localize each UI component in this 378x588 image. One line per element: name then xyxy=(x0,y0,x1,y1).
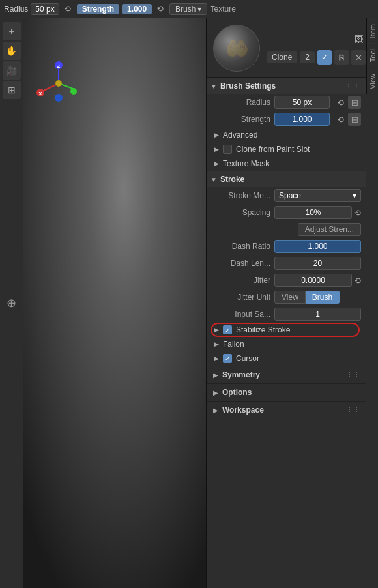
radius-prop-value[interactable]: 50 px xyxy=(274,96,330,109)
radius-lock-icon[interactable]: ⊞ xyxy=(348,96,361,109)
right-panel: 🤲 🖼 Clone 2 ✓ ⎘ ✕ ▼ Brush Se xyxy=(206,18,378,588)
svg-text:Z: Z xyxy=(57,63,61,69)
dash-ratio-row: Dash Ratio 1.000 xyxy=(207,238,366,255)
stabilize-arrow-icon: ▶ xyxy=(214,327,219,333)
strength-icon-btn[interactable]: ⟲ xyxy=(154,3,166,14)
brush-settings-arrow: ▼ xyxy=(211,83,217,90)
brush-dropdown[interactable]: Brush ▾ xyxy=(169,3,207,15)
spacing-row: Spacing 10% ⟲ xyxy=(207,204,366,221)
svg-point-9 xyxy=(55,94,63,102)
brush-name-row: Clone 2 ✓ ⎘ ✕ xyxy=(267,50,366,65)
strength-row: Strength 1.000 ⟲ ⊞ xyxy=(207,111,366,128)
spacing-icon[interactable]: ⟲ xyxy=(354,208,361,218)
strength-value[interactable]: 1.000 xyxy=(122,4,152,14)
fallon-row[interactable]: ▶ Fallon xyxy=(207,337,366,351)
strength-reset-icon[interactable]: ⟲ xyxy=(334,113,347,126)
brush-settings-header[interactable]: ▼ Brush Settings ⋮⋮ xyxy=(207,78,366,94)
viewport-gizmo: Z X xyxy=(33,57,85,110)
symmetry-section[interactable]: ▶ Symmetry ⋮⋮ xyxy=(207,366,366,383)
advanced-row[interactable]: ▶ Advanced xyxy=(207,128,366,142)
input-sa-row: Input Sa... 1 xyxy=(207,306,366,323)
side-tab-item[interactable]: Item xyxy=(367,18,378,43)
jitter-value[interactable]: 0.0000 xyxy=(274,274,352,287)
clone-from-paint-slot-row[interactable]: ▶ Clone from Paint Slot xyxy=(207,142,366,156)
grid-tool-button[interactable]: ⊞ xyxy=(3,81,21,99)
brush-settings-header-left: ▼ Brush Settings xyxy=(211,81,276,91)
symmetry-dots: ⋮⋮ xyxy=(347,372,361,378)
brush-preview-controls: 🖼 Clone 2 ✓ ⎘ ✕ xyxy=(267,32,366,65)
adjust-strength-button[interactable]: Adjust Stren... xyxy=(298,223,361,236)
spacing-value[interactable]: 10% xyxy=(274,206,352,219)
texture-mask-row[interactable]: ▶ Texture Mask xyxy=(207,156,366,171)
spacing-value-group: 10% ⟲ xyxy=(274,206,361,219)
radius-value[interactable]: 50 px xyxy=(31,3,59,15)
advanced-label: Advanced xyxy=(223,130,257,140)
options-label: Options xyxy=(222,388,343,397)
svg-point-7 xyxy=(70,88,77,95)
brush-preview-circle: 🤲 xyxy=(213,25,260,72)
jitter-view-button[interactable]: View xyxy=(274,291,306,304)
stabilize-checkbox[interactable]: ✓ xyxy=(223,325,232,334)
jitter-brush-button[interactable]: Brush xyxy=(306,291,340,304)
cursor-row[interactable]: ▶ ✓ Cursor xyxy=(207,351,366,366)
stroke-header[interactable]: ▼ Stroke xyxy=(207,171,366,187)
strength-label: Strength xyxy=(77,4,119,14)
options-arrow-icon: ▶ xyxy=(213,389,218,396)
cursor-label: Cursor xyxy=(236,354,259,363)
jitter-unit-label: Jitter Unit xyxy=(212,293,270,302)
stroke-method-dropdown[interactable]: Space ▾ xyxy=(274,189,361,202)
panel-scroll-area[interactable]: 🤲 🖼 Clone 2 ✓ ⎘ ✕ ▼ Brush Se xyxy=(207,18,378,588)
clone-label: Clone from Paint Slot xyxy=(236,145,310,154)
main-area: + ✋ 🎥 ⊞ Z X xyxy=(0,18,378,588)
dash-ratio-value[interactable]: 1.000 xyxy=(274,240,361,253)
side-tab-view[interactable]: View xyxy=(367,68,378,95)
options-section[interactable]: ▶ Options ⋮⋮ xyxy=(207,383,366,401)
symmetry-label: Symmetry xyxy=(222,370,343,379)
brush-settings-dots: ⋮⋮ xyxy=(345,83,361,90)
brush-preview-icon: 🤲 xyxy=(225,37,249,60)
right-side-tabs: Item Tool View xyxy=(366,18,378,94)
brush-confirm-button[interactable]: ✓ xyxy=(317,50,332,65)
viewport[interactable]: + ✋ 🎥 ⊞ Z X xyxy=(0,18,206,588)
svg-text:X: X xyxy=(38,91,42,96)
crosshair-icon: ⊕ xyxy=(7,296,16,310)
dash-len-row: Dash Len... 20 xyxy=(207,255,366,272)
clone-checkbox[interactable] xyxy=(223,145,232,154)
input-sa-label: Input Sa... xyxy=(212,310,270,319)
brush-close-button[interactable]: ✕ xyxy=(351,50,366,65)
brush-copy-button[interactable]: ⎘ xyxy=(334,50,349,65)
spacing-label: Spacing xyxy=(212,208,270,217)
strength-prop-label: Strength xyxy=(212,115,270,124)
fallon-arrow-icon: ▶ xyxy=(214,341,219,347)
brush-name-tag: Clone xyxy=(267,51,297,63)
brush-group: Brush ▾ Texture xyxy=(169,3,236,15)
brush-num: 2 xyxy=(300,51,315,63)
radius-prop-icons: ⟲ ⊞ xyxy=(334,96,361,109)
camera-tool-button[interactable]: 🎥 xyxy=(3,61,21,80)
radius-reset-icon[interactable]: ⟲ xyxy=(334,96,347,109)
texture-label[interactable]: Texture xyxy=(210,5,235,14)
cursor-checkbox[interactable]: ✓ xyxy=(223,354,232,363)
advanced-arrow-icon: ▶ xyxy=(214,132,219,138)
preview-image-icon[interactable]: 🖼 xyxy=(351,32,366,46)
stabilize-stroke-wrapper: ▶ ✓ Stabilize Stroke xyxy=(207,323,366,337)
clone-arrow-icon: ▶ xyxy=(214,146,219,153)
gizmo-svg: Z X xyxy=(33,57,85,110)
pan-tool-button[interactable]: ✋ xyxy=(3,42,21,60)
jitter-row: Jitter 0.0000 ⟲ xyxy=(207,272,366,289)
radius-icon-btn1[interactable]: ⟲ xyxy=(62,3,73,14)
radius-row: Radius 50 px ⟲ ⊞ xyxy=(207,94,366,111)
strength-prop-value[interactable]: 1.000 xyxy=(274,113,330,126)
texture-mask-arrow-icon: ▶ xyxy=(214,160,219,167)
dash-len-value[interactable]: 20 xyxy=(274,257,361,270)
viewport-background xyxy=(0,18,206,588)
jitter-label: Jitter xyxy=(212,276,270,285)
side-tab-tool[interactable]: Tool xyxy=(367,43,378,67)
jitter-icon[interactable]: ⟲ xyxy=(354,276,361,286)
stabilize-stroke-row[interactable]: ▶ ✓ Stabilize Stroke xyxy=(207,323,366,337)
add-tool-button[interactable]: + xyxy=(3,22,21,40)
strength-lock-icon[interactable]: ⊞ xyxy=(348,113,361,126)
workspace-section[interactable]: ▶ Workspace ⋮⋮ xyxy=(207,401,366,419)
input-sa-value[interactable]: 1 xyxy=(274,308,361,321)
workspace-label: Workspace xyxy=(222,405,343,415)
